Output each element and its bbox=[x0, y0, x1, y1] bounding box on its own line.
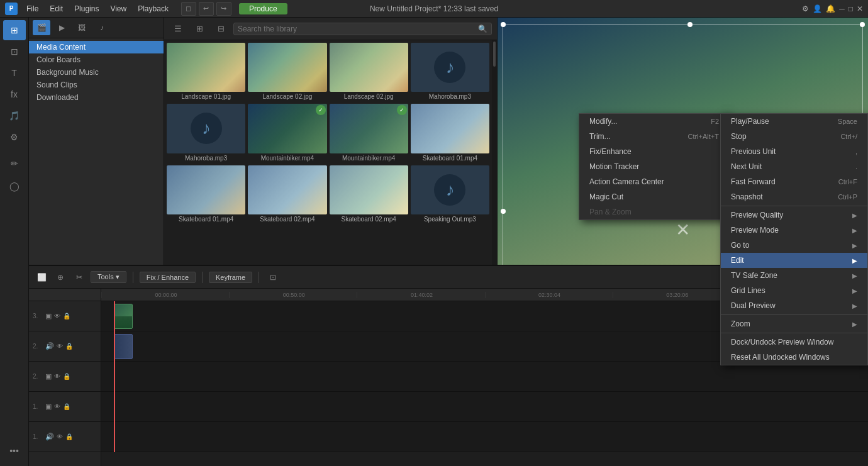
redo-btn[interactable]: ↪ bbox=[216, 2, 231, 16]
maximize-btn[interactable]: □ bbox=[849, 4, 853, 13]
sidebar-more-icon[interactable]: ••• bbox=[3, 441, 26, 461]
sidebar-tools-icon[interactable]: ⚙ bbox=[3, 127, 26, 147]
ctx-tv-safe-zone[interactable]: TV Safe Zone ▶ bbox=[721, 268, 867, 283]
toolbar-icon1[interactable]: ◻ bbox=[181, 2, 196, 16]
list-item[interactable]: Skateboard 01.mp4 bbox=[167, 165, 245, 224]
list-item[interactable]: ♪ Mahoroba.mp3 bbox=[411, 43, 489, 101]
list-item[interactable]: ♪ Speaking Out.mp3 bbox=[411, 165, 489, 224]
ctx-trim[interactable]: Trim... Ctrl+Alt+T bbox=[579, 129, 729, 144]
ctx-reset-undocked[interactable]: Reset All Undocked Windows bbox=[721, 350, 867, 365]
ctx-zoom[interactable]: Zoom ▶ bbox=[721, 316, 867, 331]
ctx-pan-zoom[interactable]: Pan & Zoom bbox=[579, 204, 729, 219]
ctx-play-pause[interactable]: Play/Pause Space bbox=[721, 114, 867, 129]
nav-sound-clips[interactable]: Sound Clips bbox=[29, 79, 164, 91]
tab-audio-icon[interactable]: ♪ bbox=[93, 20, 111, 35]
track-visibility-btn[interactable]: 👁 bbox=[57, 433, 63, 440]
media-label: Mahoroba.mp3 bbox=[411, 92, 489, 101]
grid-view-btn[interactable]: ⊞ bbox=[191, 21, 208, 36]
produce-button[interactable]: Produce bbox=[239, 3, 287, 14]
transform-handle-ml[interactable] bbox=[501, 209, 506, 214]
sidebar-fx-icon[interactable]: fx bbox=[3, 84, 26, 104]
minimize-btn[interactable]: ─ bbox=[839, 4, 845, 13]
menu-view[interactable]: View bbox=[105, 3, 131, 14]
ctx-dock-undock[interactable]: Dock/Undock Preview Window bbox=[721, 335, 867, 350]
track-visibility-btn[interactable]: 👁 bbox=[54, 373, 60, 380]
nav-media-content[interactable]: Media Content bbox=[29, 41, 164, 53]
list-item[interactable]: Skateboard 02.mp4 bbox=[248, 165, 326, 224]
ctx-preview-mode[interactable]: Preview Mode ▶ bbox=[721, 223, 867, 238]
ctx-fix-enhance[interactable]: Fix/Enhance bbox=[579, 144, 729, 159]
ctx-edit[interactable]: Edit ▶ bbox=[721, 253, 867, 268]
track-lock-btn[interactable]: 🔒 bbox=[63, 403, 70, 410]
user-btn[interactable]: 👤 bbox=[813, 4, 822, 13]
ctx-grid-lines[interactable]: Grid Lines ▶ bbox=[721, 283, 867, 298]
sidebar-transitions-icon[interactable]: ⊡ bbox=[3, 42, 26, 62]
tab-media-icon[interactable]: 🎬 bbox=[33, 20, 50, 35]
scrollbar-thumb[interactable] bbox=[493, 42, 496, 67]
ctx-motion-tracker[interactable]: Motion Tracker bbox=[579, 159, 729, 174]
transform-handle-tr[interactable] bbox=[860, 22, 865, 27]
tl-scissors-icon[interactable]: ✂ bbox=[72, 270, 87, 284]
track-lock-btn[interactable]: 🔒 bbox=[65, 433, 73, 440]
track-label-3v: 3. ▣ 👁 🔒 bbox=[29, 301, 101, 331]
tab-video-icon[interactable]: ▶ bbox=[53, 20, 70, 35]
list-item[interactable]: ♪ Mahoroba.mp3 bbox=[167, 104, 245, 162]
nav-color-boards[interactable]: Color Boards bbox=[29, 53, 164, 66]
nav-downloaded[interactable]: Downloaded bbox=[29, 91, 164, 104]
sidebar-audio-icon[interactable]: 🎵 bbox=[3, 106, 26, 126]
search-box: 🔍 bbox=[233, 23, 492, 35]
tab-image-icon[interactable]: 🖼 bbox=[73, 20, 91, 35]
menu-edit[interactable]: Edit bbox=[45, 3, 68, 14]
timeline-clip[interactable] bbox=[114, 304, 133, 329]
ctx-action-camera-center[interactable]: Action Camera Center bbox=[579, 174, 729, 189]
search-input[interactable] bbox=[238, 25, 476, 33]
transform-handle-tl[interactable] bbox=[501, 22, 506, 27]
close-btn[interactable]: ✕ bbox=[857, 4, 863, 13]
playhead[interactable] bbox=[114, 301, 115, 452]
ctx-previous-unit[interactable]: Previous Unit , bbox=[721, 144, 867, 159]
list-item[interactable]: Skateboard 01.mp4 bbox=[411, 104, 489, 162]
ctx-snapshot[interactable]: Snapshot Ctrl+P bbox=[721, 189, 867, 204]
list-item[interactable]: Skateboard 02.mp4 bbox=[330, 165, 408, 224]
timeline-clip[interactable] bbox=[114, 334, 133, 359]
nav-background-music[interactable]: Background Music bbox=[29, 66, 164, 79]
track-lock-btn[interactable]: 🔒 bbox=[65, 343, 73, 350]
keyframe-btn[interactable]: Keyframe bbox=[209, 272, 252, 283]
list-view-btn[interactable]: ☰ bbox=[169, 21, 187, 36]
sidebar-media-icon[interactable]: ⊞ bbox=[3, 20, 26, 40]
track-lock-btn[interactable]: 🔒 bbox=[63, 373, 70, 380]
list-item[interactable]: Landscape 02.jpg bbox=[330, 43, 408, 101]
notifications-btn[interactable]: 🔔 bbox=[826, 4, 835, 13]
ctx-preview-quality[interactable]: Preview Quality ▶ bbox=[721, 208, 867, 223]
sidebar-pencil-icon[interactable]: ✏ bbox=[3, 153, 26, 174]
detail-view-btn[interactable]: ⊟ bbox=[212, 21, 230, 36]
menu-file[interactable]: File bbox=[21, 3, 43, 14]
fix-enhance-btn[interactable]: Fix / Enhance bbox=[140, 272, 196, 283]
tl-split-icon[interactable]: ⬜ bbox=[34, 270, 49, 284]
ctx-stop[interactable]: Stop Ctrl+/ bbox=[721, 129, 867, 144]
menu-playback[interactable]: Playback bbox=[133, 3, 174, 14]
undo-btn[interactable]: ↩ bbox=[199, 2, 214, 16]
list-item[interactable]: Landscape 02.jpg bbox=[248, 43, 326, 101]
tl-magnet-icon[interactable]: ⊕ bbox=[53, 270, 68, 284]
help-btn[interactable]: ⚙ bbox=[802, 4, 809, 13]
transform-handle-tm[interactable] bbox=[687, 22, 693, 27]
track-lock-btn[interactable]: 🔒 bbox=[63, 313, 70, 319]
list-item[interactable]: Landscape 01.jpg bbox=[167, 43, 245, 101]
ctx-dual-preview[interactable]: Dual Preview ▶ bbox=[721, 298, 867, 313]
tl-expand-icon[interactable]: ⊡ bbox=[265, 270, 281, 284]
ctx-modify[interactable]: Modify... F2 bbox=[579, 114, 729, 129]
ctx-fast-forward[interactable]: Fast Forward Ctrl+F bbox=[721, 174, 867, 189]
list-item[interactable]: ✓ Mountainbiker.mp4 bbox=[330, 104, 408, 162]
list-item[interactable]: ✓ Mountainbiker.mp4 bbox=[248, 104, 326, 162]
track-visibility-btn[interactable]: 👁 bbox=[54, 403, 60, 410]
sidebar-shape-icon[interactable]: ◯ bbox=[3, 176, 26, 196]
tools-btn[interactable]: Tools ▾ bbox=[91, 271, 126, 283]
ctx-goto[interactable]: Go to ▶ bbox=[721, 238, 867, 253]
sidebar-text-icon[interactable]: T bbox=[3, 63, 26, 83]
track-visibility-btn[interactable]: 👁 bbox=[57, 343, 63, 350]
menu-plugins[interactable]: Plugins bbox=[69, 3, 104, 14]
ctx-magic-cut[interactable]: Magic Cut bbox=[579, 189, 729, 204]
track-visibility-btn[interactable]: 👁 bbox=[54, 313, 60, 319]
ctx-next-unit[interactable]: Next Unit . bbox=[721, 159, 867, 174]
